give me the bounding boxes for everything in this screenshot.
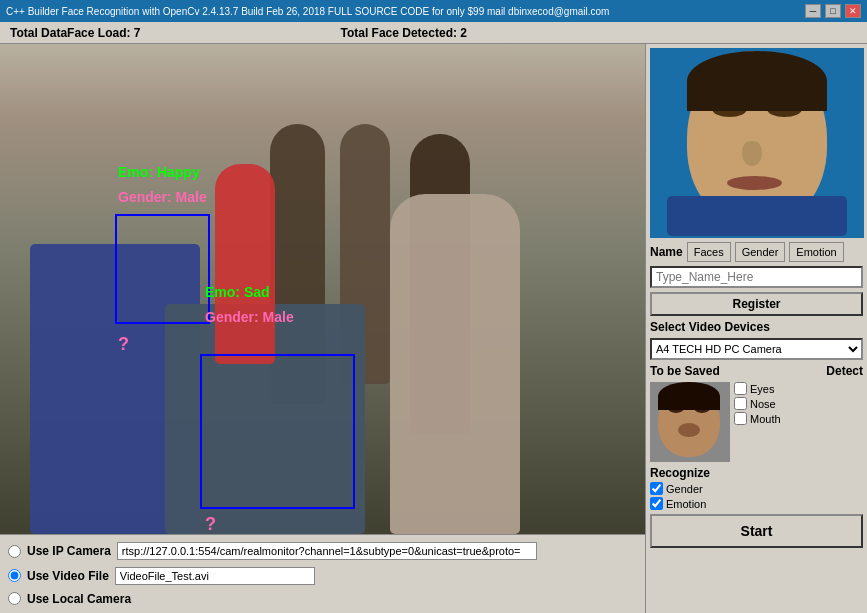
ip-camera-label: Use IP Camera [27,544,111,558]
bottom-controls: Use IP Camera Use Video File Use Local C… [0,534,645,613]
face2-emo-label: Emo: Sad [205,284,270,300]
gender-recognize-row: Gender [650,482,863,495]
video-file-input[interactable] [115,567,315,585]
preview-clothing [667,196,847,236]
local-camera-radio[interactable] [8,592,21,605]
detect-checkboxes: Eyes Nose Mouth [734,382,781,425]
nose-checkbox-row: Nose [734,397,781,410]
name-label: Name [650,245,683,259]
preview-nose [742,141,762,166]
local-camera-row: Use Local Camera [8,592,637,606]
saved-face-hair [658,382,720,410]
window-controls: ─ □ ✕ [805,4,861,18]
ip-camera-radio[interactable] [8,545,21,558]
video-file-row: Use Video File [8,567,637,585]
main-content: Emo: Happy Gender: Male ? Emo: Sad Gende… [0,44,867,613]
ip-camera-input[interactable] [117,542,537,560]
recognize-label: Recognize [650,466,863,480]
eyes-label: Eyes [750,383,774,395]
left-panel: Emo: Happy Gender: Male ? Emo: Sad Gende… [0,44,645,613]
recognize-section: Recognize Gender Emotion [650,466,863,510]
saved-face-mouth [678,423,700,437]
mouth-label: Mouth [750,413,781,425]
emotion-tab-button[interactable]: Emotion [789,242,843,262]
video-device-select[interactable]: A4 TECH HD PC Camera [650,338,863,360]
window-title: C++ Builder Face Recognition with OpenCv… [6,6,609,17]
emotion-recognize-checkbox[interactable] [650,497,663,510]
close-button[interactable]: ✕ [845,4,861,18]
preview-face-container [657,51,857,236]
mouth-checkbox-row: Mouth [734,412,781,425]
video-area: Emo: Happy Gender: Male ? Emo: Sad Gende… [0,44,645,534]
gender-recognize-label: Gender [666,483,703,495]
face1-emo-label: Emo: Happy [118,164,200,180]
preview-hair [687,51,827,111]
nose-label: Nose [750,398,776,410]
nose-checkbox[interactable] [734,397,747,410]
person-silhouette-4 [390,194,520,534]
total-face-detected: Total Face Detected: 2 [340,26,466,40]
emotion-recognize-label: Emotion [666,498,706,510]
emotion-recognize-row: Emotion [650,497,863,510]
minimize-button[interactable]: ─ [805,4,821,18]
face2-gender-label: Gender: Male [205,309,294,325]
face-preview [650,48,864,238]
title-bar: C++ Builder Face Recognition with OpenCv… [0,0,867,22]
video-device-label: Select Video Devices [650,320,863,334]
face2-question: ? [205,514,216,535]
video-file-radio[interactable] [8,569,21,582]
name-input[interactable] [650,266,863,288]
faces-tab-button[interactable]: Faces [687,242,731,262]
ip-camera-row: Use IP Camera [8,542,637,560]
register-button[interactable]: Register [650,292,863,316]
person-silhouette-7 [215,164,275,364]
detect-label: Detect [826,364,863,378]
total-dataface: Total DataFace Load: 7 [10,26,140,40]
eyes-checkbox-row: Eyes [734,382,781,395]
start-button[interactable]: Start [650,514,863,548]
face-box-1 [115,214,210,324]
gender-tab-button[interactable]: Gender [735,242,786,262]
preview-mouth [727,176,782,190]
stats-bar: Total DataFace Load: 7 Total Face Detect… [0,22,867,44]
saved-detect-header: To be Saved Detect [650,364,863,378]
mouth-checkbox[interactable] [734,412,747,425]
detect-section: Eyes Nose Mouth [650,382,863,462]
maximize-button[interactable]: □ [825,4,841,18]
name-tabs-row: Name Faces Gender Emotion [650,242,863,262]
face1-gender-label: Gender: Male [118,189,207,205]
local-camera-label: Use Local Camera [27,592,131,606]
video-file-label: Use Video File [27,569,109,583]
eyes-checkbox[interactable] [734,382,747,395]
right-panel: Name Faces Gender Emotion Register Selec… [645,44,867,613]
gender-recognize-checkbox[interactable] [650,482,663,495]
face-box-2 [200,354,355,509]
saved-face-thumbnail [650,382,730,462]
to-be-saved-label: To be Saved [650,364,720,378]
face1-question: ? [118,334,129,355]
